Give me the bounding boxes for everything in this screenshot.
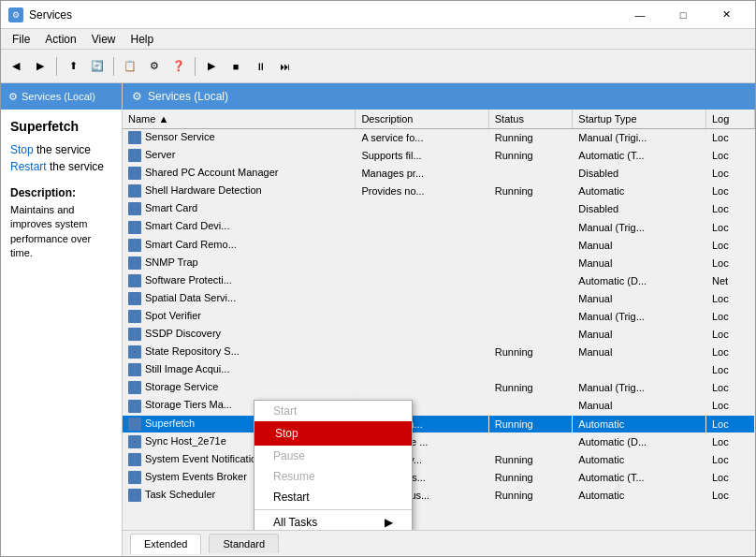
toolbar-sep-2 — [113, 57, 114, 76]
title-bar-controls: — □ ✕ — [618, 1, 748, 29]
service-row-icon — [128, 274, 141, 287]
service-row-icon — [128, 202, 141, 215]
table-row[interactable]: State Repository S...RunningManualLoc — [123, 344, 755, 361]
table-scroll[interactable]: Name ▲ Description Status Startup Type L… — [123, 110, 755, 530]
table-row[interactable]: Smart CardDisabledLoc — [123, 200, 755, 218]
table-row[interactable]: Smart Card Remo...ManualLoc — [123, 236, 755, 254]
resume-service-button[interactable]: ⏭ — [273, 55, 296, 78]
table-row[interactable]: Sync Host_2e71eThis service ...Automatic… — [123, 432, 755, 450]
table-row[interactable]: Shared PC Account ManagerManages pr...Di… — [123, 165, 755, 183]
table-row[interactable]: Still Image Acqui...Loc — [123, 361, 755, 379]
table-row[interactable]: Storage Tiers Ma...ManualLoc — [123, 397, 755, 415]
service-name-cell: SSDP Discovery — [123, 326, 356, 344]
menu-action[interactable]: Action — [37, 31, 83, 48]
table-row[interactable]: Shell Hardware DetectionProvides no...Ru… — [123, 183, 755, 200]
col-status[interactable]: Status — [488, 110, 573, 129]
service-startup-cell: Automatic — [573, 415, 706, 432]
toolbar: ◀ ▶ ⬆ 🔄 📋 ⚙ ❓ ▶ ■ ⏸ ⏭ — [1, 50, 755, 83]
service-startup-cell: Automatic (D... — [573, 432, 706, 450]
menu-view[interactable]: View — [84, 31, 124, 48]
service-startup-cell: Manual — [573, 344, 706, 361]
service-description-cell: Manages pr... — [356, 165, 488, 183]
window-title: Services — [29, 8, 72, 22]
table-row[interactable]: SSDP DiscoveryManualLoc — [123, 326, 755, 344]
col-startup[interactable]: Startup Type — [573, 110, 706, 129]
service-description-cell — [356, 344, 488, 361]
menu-help[interactable]: Help — [124, 31, 162, 48]
service-status-cell — [488, 236, 573, 254]
menu-file[interactable]: File — [5, 31, 37, 48]
refresh-button[interactable]: 🔄 — [86, 55, 109, 78]
up-button[interactable]: ⬆ — [62, 55, 84, 78]
table-row[interactable]: System Events BrokerCoordinates...Runnin… — [123, 468, 755, 486]
col-description[interactable]: Description — [356, 110, 488, 129]
service-row-icon — [128, 435, 141, 448]
tab-extended[interactable]: Extended — [130, 534, 201, 554]
service-startup-cell: Automatic — [573, 183, 706, 200]
table-row[interactable]: ServerSupports fil...RunningAutomatic (T… — [123, 147, 755, 165]
service-name-cell: Shared PC Account Manager — [123, 165, 356, 183]
table-row[interactable]: SNMP TrapManualLoc — [123, 254, 755, 271]
service-startup-cell: Manual — [573, 254, 706, 271]
panel-header-icon: ⚙ — [132, 90, 142, 103]
col-log[interactable]: Log — [705, 110, 754, 129]
table-row[interactable]: SuperfetchMaintains a...RunningAutomatic… — [123, 415, 755, 432]
close-button[interactable]: ✕ — [705, 1, 748, 29]
service-row-icon — [128, 345, 141, 359]
table-row[interactable]: Sensor ServiceA service fo...RunningManu… — [123, 129, 755, 147]
ctx-pause[interactable]: Pause — [254, 446, 412, 466]
minimize-button[interactable]: — — [618, 1, 662, 29]
stop-service-line: Stop the service — [10, 143, 112, 156]
stop-service-button[interactable]: ■ — [225, 55, 247, 78]
service-status-cell — [488, 165, 573, 183]
ctx-restart[interactable]: Restart — [254, 487, 412, 507]
table-row[interactable]: Spatial Data Servi...ManualLoc — [123, 289, 755, 307]
right-panel: ⚙ Services (Local) Name ▲ Description St… — [123, 83, 755, 556]
table-row[interactable]: Storage ServiceRunningManual (Trig...Loc — [123, 379, 755, 397]
service-log-cell: Loc — [705, 468, 754, 486]
service-description-cell — [356, 200, 488, 218]
maximize-button[interactable]: □ — [662, 1, 705, 29]
service-log-cell: Loc — [705, 361, 754, 379]
service-row-icon — [128, 184, 141, 198]
show-hide-button[interactable]: 📋 — [119, 55, 141, 78]
service-row-icon — [128, 292, 141, 305]
back-button[interactable]: ◀ — [5, 55, 27, 78]
service-row-icon — [128, 239, 141, 252]
service-startup-cell: Automatic (T... — [573, 468, 706, 486]
pause-service-button[interactable]: ⏸ — [249, 55, 271, 78]
table-row[interactable]: Software Protecti...Automatic (D...Net — [123, 271, 755, 289]
stop-service-link[interactable]: Stop — [10, 143, 34, 156]
properties-button[interactable]: ⚙ — [143, 55, 166, 78]
ctx-start[interactable]: Start — [254, 401, 412, 421]
table-row[interactable]: Task SchedulerEnables a us...RunningAuto… — [123, 486, 755, 504]
table-row[interactable]: System Event Notification S...Monitors s… — [123, 450, 755, 468]
ctx-stop[interactable]: Stop — [254, 421, 412, 446]
service-log-cell: Loc — [705, 397, 754, 415]
service-description-cell — [356, 326, 488, 344]
table-row[interactable]: Spot VerifierManual (Trig...Loc — [123, 307, 755, 325]
tab-standard[interactable]: Standard — [209, 534, 279, 553]
service-name-cell: Spot Verifier — [123, 307, 356, 325]
help-button[interactable]: ❓ — [167, 55, 190, 78]
service-row-icon — [128, 381, 141, 394]
service-log-cell: Loc — [705, 129, 754, 147]
title-bar-left: ⚙ Services — [8, 7, 72, 22]
service-description-cell — [356, 271, 488, 289]
start-service-button[interactable]: ▶ — [200, 55, 223, 78]
service-row-icon — [128, 363, 141, 376]
service-description-cell: Supports fil... — [356, 147, 488, 165]
ctx-alltasks[interactable]: All Tasks ▶ — [254, 512, 412, 530]
service-log-cell: Loc — [705, 450, 754, 468]
col-name[interactable]: Name ▲ — [123, 110, 356, 129]
forward-button[interactable]: ▶ — [29, 55, 51, 78]
service-status-cell — [488, 361, 573, 379]
service-row-icon — [128, 310, 141, 323]
table-row[interactable]: Smart Card Devi...Manual (Trig...Loc — [123, 218, 755, 236]
service-status-cell: Running — [488, 183, 573, 200]
restart-service-link[interactable]: Restart — [10, 160, 47, 173]
service-row-icon — [128, 418, 141, 431]
ctx-resume[interactable]: Resume — [254, 466, 412, 487]
service-startup-cell: Automatic (T... — [573, 147, 706, 165]
table-header-row: Name ▲ Description Status Startup Type L… — [123, 110, 755, 129]
